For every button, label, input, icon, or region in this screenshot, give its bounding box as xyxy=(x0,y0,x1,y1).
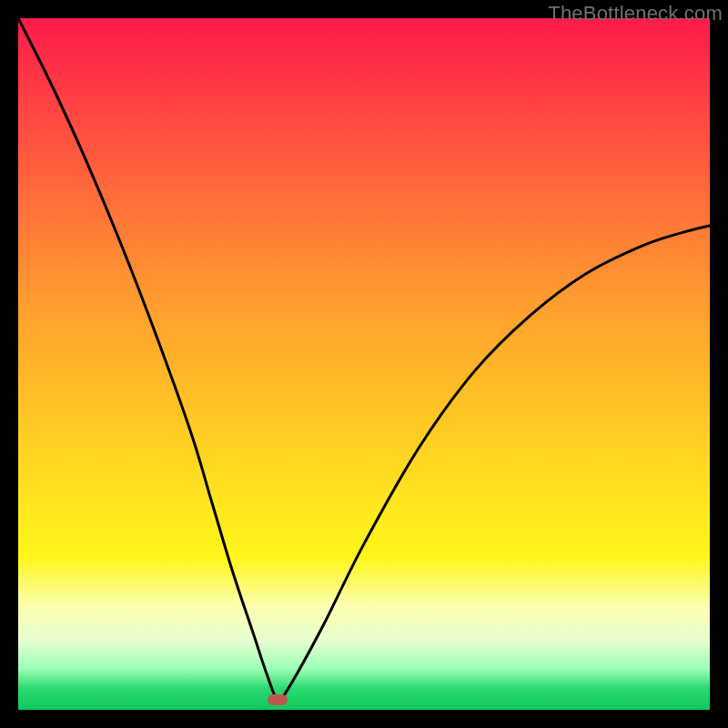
bottleneck-curve xyxy=(18,18,710,710)
chart-plot-area xyxy=(18,18,710,710)
watermark-text: TheBottleneck.com xyxy=(548,2,723,25)
optimal-point-marker xyxy=(268,694,288,705)
